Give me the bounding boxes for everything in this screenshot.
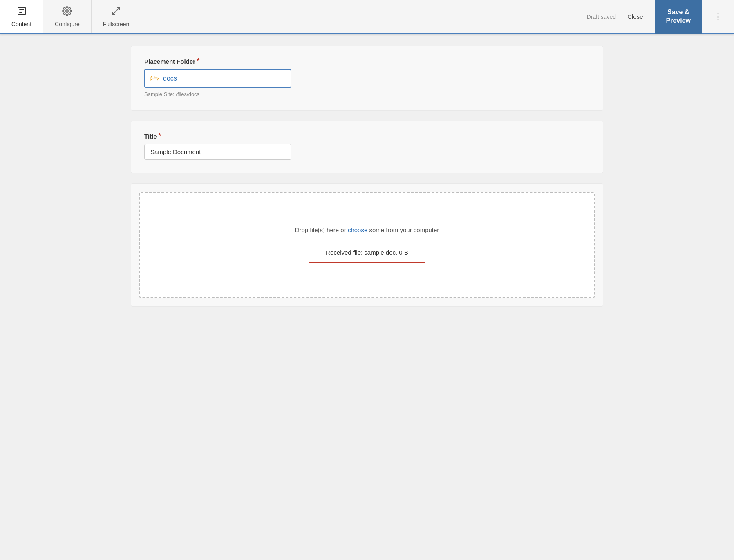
title-label: Title * bbox=[144, 132, 590, 140]
configure-icon bbox=[62, 6, 72, 18]
toolbar-right: Draft saved Close Save &Preview ⋮ bbox=[580, 0, 734, 33]
save-preview-button[interactable]: Save &Preview bbox=[655, 0, 702, 34]
tab-content-label: Content bbox=[11, 21, 31, 27]
toolbar: Content Configure Fullscreen Draft saved… bbox=[0, 0, 734, 34]
placement-folder-input[interactable] bbox=[163, 75, 286, 82]
placement-folder-input-wrapper[interactable]: 🗁 bbox=[144, 69, 291, 88]
placement-folder-hint: Sample Site: /files/docs bbox=[144, 91, 590, 97]
choose-file-link[interactable]: choose bbox=[348, 226, 367, 233]
more-options-icon: ⋮ bbox=[714, 11, 723, 22]
title-required: * bbox=[159, 132, 161, 140]
tab-configure-label: Configure bbox=[55, 21, 80, 27]
toolbar-spacer bbox=[141, 0, 580, 33]
main-content: Placement Folder * 🗁 Sample Site: /files… bbox=[118, 34, 616, 318]
title-card: Title * bbox=[131, 121, 603, 173]
more-options-button[interactable]: ⋮ bbox=[709, 11, 727, 22]
placement-folder-card: Placement Folder * 🗁 Sample Site: /files… bbox=[131, 46, 603, 111]
dropzone-area[interactable]: Drop file(s) here or choose some from yo… bbox=[139, 192, 595, 298]
received-file-box: Received file: sample.doc, 0 B bbox=[309, 242, 425, 263]
svg-line-5 bbox=[117, 7, 120, 10]
tab-fullscreen[interactable]: Fullscreen bbox=[92, 0, 141, 33]
title-input[interactable] bbox=[144, 144, 291, 160]
tab-content[interactable]: Content bbox=[0, 0, 43, 34]
svg-point-4 bbox=[66, 10, 68, 12]
dropzone-text: Drop file(s) here or choose some from yo… bbox=[295, 226, 439, 233]
tab-fullscreen-label: Fullscreen bbox=[103, 21, 130, 27]
svg-line-6 bbox=[112, 12, 115, 15]
folder-icon: 🗁 bbox=[150, 73, 159, 84]
close-button[interactable]: Close bbox=[622, 10, 648, 23]
content-icon bbox=[17, 6, 27, 18]
draft-saved-text: Draft saved bbox=[587, 13, 616, 20]
placement-folder-label: Placement Folder * bbox=[144, 58, 590, 65]
fullscreen-icon bbox=[111, 6, 121, 18]
tab-configure[interactable]: Configure bbox=[43, 0, 92, 33]
placement-folder-required: * bbox=[197, 58, 199, 65]
dropzone-card: Drop file(s) here or choose some from yo… bbox=[131, 183, 603, 307]
